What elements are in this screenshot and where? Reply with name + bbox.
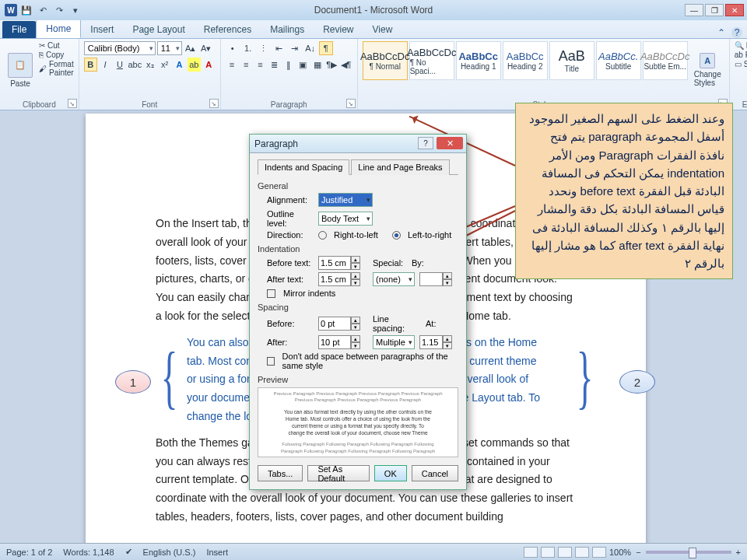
tab-review[interactable]: Review (314, 21, 363, 38)
before-text-input[interactable] (318, 256, 351, 270)
rtl-button[interactable]: ◀¶ (339, 58, 352, 72)
find-button[interactable]: 🔍Find ▾ (735, 41, 747, 50)
redo-button[interactable]: ↷ (52, 3, 66, 17)
status-proof-icon[interactable]: ✔ (125, 547, 132, 557)
dialog-tab-indents[interactable]: Indents and Spacing (258, 159, 349, 175)
tab-view[interactable]: View (363, 21, 402, 38)
select-button[interactable]: ▭Select ▾ (735, 60, 747, 68)
status-words[interactable]: Words: 1,148 (63, 548, 114, 557)
clipboard-launcher[interactable]: ↘ (68, 99, 77, 108)
line-spacing-button[interactable]: ‖ (282, 58, 295, 72)
align-center-button[interactable]: ≡ (240, 58, 252, 72)
tab-references[interactable]: References (195, 21, 261, 38)
ltr-button[interactable]: ¶▶ (325, 58, 338, 72)
dialog-titlebar[interactable]: Paragraph ? ✕ (250, 135, 466, 153)
justify-button[interactable]: ≣ (268, 58, 281, 72)
help-icon[interactable]: ? (731, 27, 742, 38)
paragraph-launcher[interactable]: ↘ (346, 99, 356, 108)
ltr-radio[interactable] (392, 231, 401, 240)
multilevel-button[interactable]: ⋮ (257, 41, 271, 55)
style-subtitle[interactable]: AaBbCc.Subtitle (596, 41, 641, 80)
zoom-out-button[interactable]: − (636, 548, 640, 557)
underline-button[interactable]: U (113, 58, 126, 72)
cut-button[interactable]: ✂Cut (39, 41, 74, 50)
close-button[interactable]: ✕ (725, 4, 744, 16)
bold-button[interactable]: B (84, 58, 97, 72)
view-print-layout[interactable] (524, 547, 538, 558)
zoom-in-button[interactable]: + (736, 548, 741, 557)
rtl-radio[interactable] (318, 231, 327, 240)
tab-file[interactable]: File (2, 21, 36, 38)
sort-button[interactable]: A↓ (303, 41, 317, 55)
dontadd-checkbox[interactable] (267, 357, 275, 366)
style-subtle-em[interactable]: AaBbCcDcSubtle Em... (643, 41, 688, 80)
linespacing-select[interactable]: Multiple (373, 335, 415, 349)
numbering-button[interactable]: 1. (241, 41, 255, 55)
spacing-before-spinner[interactable]: ▴▾ (318, 317, 360, 331)
text-effects-button[interactable]: A (173, 58, 186, 72)
status-page[interactable]: Page: 1 of 2 (6, 548, 52, 557)
alignment-select[interactable]: Justified (318, 193, 373, 207)
status-insert[interactable]: Insert (206, 548, 228, 557)
paste-button[interactable]: 📋 Paste (5, 41, 36, 99)
style-title[interactable]: AaBTitle (549, 41, 594, 80)
spacing-after-spinner[interactable]: ▴▾ (318, 335, 360, 349)
spacing-after-input[interactable] (318, 335, 351, 349)
tab-insert[interactable]: Insert (81, 21, 123, 38)
by-spinner[interactable]: ▴▾ (419, 272, 452, 286)
change-styles-button[interactable]: A Change Styles (691, 41, 724, 99)
minimize-button[interactable]: ― (685, 4, 703, 16)
strike-button[interactable]: abc (128, 58, 142, 72)
outline-select[interactable]: Body Text (318, 212, 373, 226)
status-zoom[interactable]: 100% (609, 548, 631, 557)
style-heading2[interactable]: AaBbCcHeading 2 (503, 41, 548, 80)
after-text-input[interactable] (318, 272, 351, 286)
align-left-button[interactable]: ≡ (226, 58, 238, 72)
font-family-combo[interactable]: Calibri (Body) (84, 41, 156, 55)
style-normal[interactable]: AaBbCcDc¶ Normal (363, 41, 408, 80)
dialog-tab-breaks[interactable]: Line and Page Breaks (351, 159, 449, 175)
font-color-button[interactable]: A (202, 58, 216, 72)
at-input[interactable] (419, 335, 443, 349)
tabs-button[interactable]: Tabs... (258, 465, 303, 481)
view-draft[interactable] (592, 547, 606, 558)
style-heading1[interactable]: AaBbCcHeading 1 (456, 41, 501, 80)
borders-button[interactable]: ▦ (311, 58, 324, 72)
decrease-indent-button[interactable]: ⇤ (272, 41, 286, 55)
replace-button[interactable]: abReplace (735, 51, 747, 59)
increase-indent-button[interactable]: ⇥ (288, 41, 302, 55)
dialog-close-button[interactable]: ✕ (437, 137, 463, 149)
tab-mailings[interactable]: Mailings (261, 21, 314, 38)
format-painter-button[interactable]: 🖌Format Painter (39, 60, 74, 77)
restore-button[interactable]: ❐ (705, 4, 724, 16)
shading-button[interactable]: ▣ (296, 58, 309, 72)
superscript-button[interactable]: x² (158, 58, 171, 72)
tab-page-layout[interactable]: Page Layout (123, 21, 194, 38)
view-web-layout[interactable] (558, 547, 572, 558)
font-size-combo[interactable]: 11 (157, 41, 182, 55)
align-right-button[interactable]: ≡ (254, 58, 266, 72)
mirror-checkbox[interactable] (267, 289, 275, 298)
at-spinner[interactable]: ▴▾ (419, 335, 452, 349)
view-outline[interactable] (575, 547, 589, 558)
ribbon-minimize-icon[interactable]: ⌃ (717, 27, 725, 38)
zoom-slider[interactable] (646, 551, 731, 554)
special-select[interactable]: (none) (373, 272, 415, 286)
set-default-button[interactable]: Set As Default (307, 465, 369, 481)
status-language[interactable]: English (U.S.) (143, 548, 196, 557)
by-input[interactable] (419, 272, 443, 286)
spacing-before-input[interactable] (318, 317, 351, 331)
italic-button[interactable]: I (99, 58, 112, 72)
highlight-button[interactable]: ab (188, 58, 201, 72)
subscript-button[interactable]: x₂ (143, 58, 156, 72)
cancel-button[interactable]: Cancel (412, 465, 458, 481)
show-marks-button[interactable]: ¶ (319, 41, 333, 55)
view-full-screen[interactable] (541, 547, 555, 558)
dialog-help-button[interactable]: ? (418, 137, 433, 149)
shrink-font-button[interactable]: A▾ (199, 41, 213, 55)
copy-button[interactable]: ⎘Copy (39, 51, 74, 59)
style-nospacing[interactable]: AaBbCcDc¶ No Spaci... (409, 41, 454, 80)
save-button[interactable]: 💾 (19, 3, 33, 17)
ok-button[interactable]: OK (374, 465, 407, 481)
bullets-button[interactable]: • (226, 41, 240, 55)
